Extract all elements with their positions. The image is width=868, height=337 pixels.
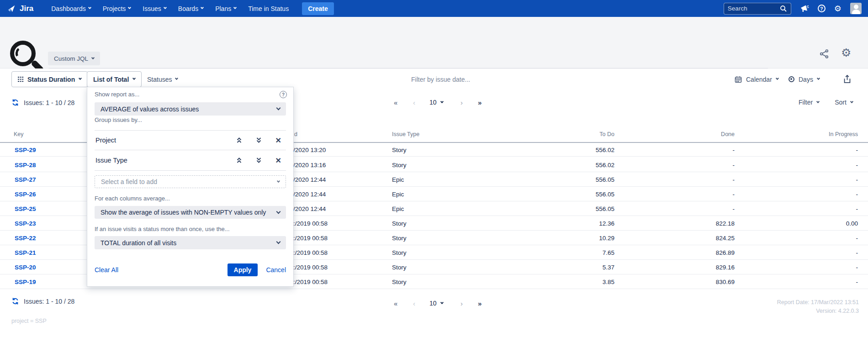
nav-item-projects[interactable]: Projects xyxy=(103,5,131,12)
remove-group-icon[interactable]: ✕ xyxy=(275,156,281,165)
todo-cell: 10.29 xyxy=(599,234,614,241)
help-icon[interactable]: ? xyxy=(818,5,826,12)
jira-brand[interactable]: Jira xyxy=(6,4,33,14)
nav-item-plans[interactable]: Plans xyxy=(215,5,236,12)
cancel-button[interactable]: Cancel xyxy=(266,266,286,274)
statuses-label: Statuses xyxy=(147,76,172,83)
first-page-button[interactable]: « xyxy=(394,300,397,307)
issue-key-link[interactable]: SSP-23 xyxy=(15,220,36,226)
issue-date-filter[interactable]: Filter by issue date... xyxy=(411,76,503,83)
jql-echo-label: project = SSP xyxy=(11,318,47,324)
refresh-icon[interactable] xyxy=(11,297,19,305)
issue-key-link[interactable]: SSP-27 xyxy=(15,176,36,183)
nav-item-issues[interactable]: Issues xyxy=(143,5,166,12)
nav-item-time-in-status[interactable]: Time in Status xyxy=(248,5,289,12)
done-cell: 830.69 xyxy=(716,278,735,285)
clear-all-button[interactable]: Clear All xyxy=(95,266,118,274)
report-settings-gear-icon[interactable]: ⚙ xyxy=(841,46,851,59)
calendar-icon xyxy=(735,76,742,83)
view-mode-button[interactable]: List of Total xyxy=(87,71,142,87)
time-in-status-app: Jira Dashboards Projects Issues Boards P… xyxy=(0,0,868,337)
created-cell: :/2019 00:58 xyxy=(293,220,328,226)
last-page-button[interactable]: » xyxy=(478,300,482,307)
column-header-issue-type[interactable]: Issue Type xyxy=(392,131,419,137)
search-input[interactable] xyxy=(728,5,780,12)
issue-key-link[interactable]: SSP-20 xyxy=(15,263,36,270)
column-header-key[interactable]: Key xyxy=(14,131,24,137)
refresh-icon[interactable] xyxy=(11,99,19,106)
last-page-button[interactable]: » xyxy=(478,99,482,106)
issue-key-link[interactable]: SSP-19 xyxy=(15,278,36,285)
created-cell: :/2019 00:58 xyxy=(293,263,328,270)
move-down-icon[interactable] xyxy=(256,157,262,163)
issue-type-cell: Epic xyxy=(392,176,404,183)
search-icon[interactable] xyxy=(780,5,787,12)
issue-key-link[interactable]: SSP-28 xyxy=(15,161,36,168)
sort-button[interactable]: Sort xyxy=(835,99,853,106)
move-up-icon[interactable] xyxy=(236,157,242,163)
todo-cell: 556.02 xyxy=(596,146,614,153)
nav-item-boards[interactable]: Boards xyxy=(178,5,203,12)
user-avatar[interactable] xyxy=(850,3,862,14)
todo-cell: 556.02 xyxy=(596,161,614,168)
grid-icon xyxy=(18,77,23,82)
report-type-button[interactable]: Status Duration xyxy=(11,71,88,87)
megaphone-icon[interactable] xyxy=(800,5,809,13)
page-size-select[interactable]: 10 xyxy=(429,300,443,307)
issue-key-link[interactable]: SSP-29 xyxy=(15,146,36,153)
add-field-select[interactable]: Select a field to add xyxy=(95,175,286,188)
nav-item-label: Plans xyxy=(215,5,231,12)
next-page-button[interactable]: › xyxy=(460,99,463,106)
column-header-in-progress[interactable]: In Progress xyxy=(829,131,858,137)
show-report-as-select[interactable]: AVERAGE of values across issues xyxy=(95,102,286,116)
move-up-icon[interactable] xyxy=(236,137,242,143)
unit-label: Days xyxy=(799,76,813,83)
remove-group-icon[interactable]: ✕ xyxy=(275,136,281,145)
created-cell: /2020 13:16 xyxy=(293,161,326,168)
issue-key-link[interactable]: SSP-22 xyxy=(15,234,36,241)
sort-label: Sort xyxy=(835,99,847,106)
todo-cell: 3.85 xyxy=(603,278,614,285)
issue-key-link[interactable]: SSP-21 xyxy=(15,249,36,256)
page-size-value: 10 xyxy=(429,99,437,106)
done-cell: - xyxy=(733,205,735,212)
first-page-button[interactable]: « xyxy=(394,99,397,106)
time-unit-button[interactable]: Days xyxy=(789,71,820,87)
move-down-icon[interactable] xyxy=(256,137,262,143)
panel-footer: Clear All Apply Cancel xyxy=(95,263,286,276)
done-cell: - xyxy=(733,161,735,168)
todo-cell: 556.05 xyxy=(596,176,614,183)
export-icon[interactable] xyxy=(843,74,852,84)
prev-page-button[interactable]: ‹ xyxy=(413,99,415,106)
next-page-button[interactable]: › xyxy=(460,300,463,307)
column-header-created-partial[interactable]: d xyxy=(294,131,297,137)
column-header-done[interactable]: Done xyxy=(721,131,735,137)
multi-visit-label: If an issue visits a status more than on… xyxy=(95,226,230,232)
column-header-todo[interactable]: To Do xyxy=(599,131,614,137)
settings-gear-icon[interactable]: ⚙ xyxy=(834,5,842,13)
inprogress-cell: - xyxy=(856,161,858,168)
statuses-button[interactable]: Statuses xyxy=(147,71,178,87)
panel-help-icon[interactable]: ? xyxy=(280,91,287,98)
apply-button[interactable]: Apply xyxy=(228,263,258,276)
jql-mode-button[interactable]: Custom JQL xyxy=(48,52,100,65)
issue-type-cell: Story xyxy=(392,263,407,270)
issue-type-cell: Story xyxy=(392,161,407,168)
avg-mode-select[interactable]: Show the average of issues with NON-EMPT… xyxy=(95,206,286,219)
issue-type-cell: Epic xyxy=(392,190,404,197)
page-size-select[interactable]: 10 xyxy=(429,99,443,106)
created-cell: /2020 12:44 xyxy=(293,190,326,197)
issue-key-link[interactable]: SSP-26 xyxy=(15,190,36,197)
nav-search-box[interactable] xyxy=(724,3,791,15)
calendar-button[interactable]: Calendar xyxy=(735,71,778,87)
filter-button[interactable]: Filter xyxy=(799,99,819,106)
inprogress-cell: - xyxy=(856,146,858,153)
show-report-as-value: AVERAGE of values across issues xyxy=(101,105,199,113)
multi-visit-select[interactable]: TOTAL duration of all visits xyxy=(95,236,286,249)
chevron-down-icon xyxy=(817,77,820,80)
create-button[interactable]: Create xyxy=(302,2,334,15)
prev-page-button[interactable]: ‹ xyxy=(413,300,415,307)
share-icon[interactable] xyxy=(819,49,829,59)
issue-key-link[interactable]: SSP-25 xyxy=(15,205,36,212)
nav-item-dashboards[interactable]: Dashboards xyxy=(51,5,91,12)
